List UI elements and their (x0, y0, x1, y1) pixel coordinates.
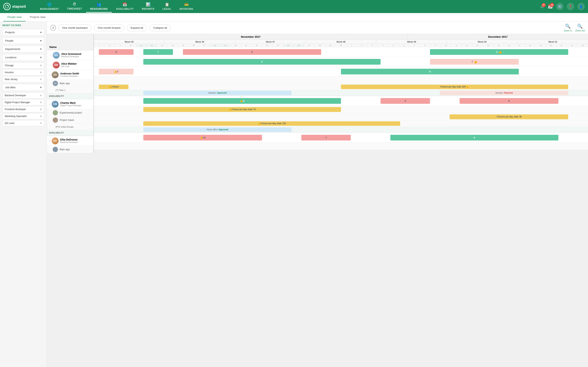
alice-w-info: Alice Webber QA Lead (61, 62, 77, 67)
elita-expand[interactable]: ↓ (49, 140, 50, 142)
nav-management[interactable]: 🌐 MANAGEMENT (36, 1, 63, 13)
elita-bar-3: 8 (390, 135, 558, 141)
nav-resourcing-label: RESOURCING (90, 8, 108, 10)
vacation-rejected-status: Rejected (504, 92, 513, 94)
anderson-avatar: AS (52, 71, 59, 78)
tab-projects-label: Projects view (30, 16, 45, 18)
timer-badge-button[interactable]: ⏱27 (540, 4, 545, 9)
one-month-backward-button[interactable]: One month backward (58, 25, 91, 31)
tab-people-view[interactable]: People view (3, 13, 26, 21)
nav-items: 🌐 MANAGEMENT ⏱ TIMESHEET 👥 RESOURCING 📅 … (36, 1, 540, 13)
projects-filter-arrow: ▾ (40, 31, 42, 34)
zoom-in-button[interactable]: 🔍 Zoom in (564, 24, 572, 32)
toolbar: ↺ One month backward One month forward E… (47, 22, 588, 34)
timer-badge: 27 (542, 3, 546, 7)
locations-filter-label: Locations (5, 56, 17, 59)
zoom-in-label: Zoom in (564, 29, 572, 32)
digital-pm-remove[interactable]: ✕ (40, 101, 42, 104)
elita-bar-2: 7 (301, 135, 351, 141)
settings-button[interactable]: ⚙️ (556, 3, 563, 10)
alice-w-expand[interactable]: → (49, 64, 51, 66)
collapse-all-button[interactable]: Collapse all (149, 25, 171, 31)
user-button[interactable]: 👤 (577, 3, 585, 10)
elita-info: Elita DeGrasse Backend Developer (60, 138, 78, 143)
month-dec: December 2017 (408, 34, 588, 40)
one-month-forward-button[interactable]: One month forward (94, 25, 124, 31)
nav-availability[interactable]: 📅 AVAILABILITY (112, 1, 138, 13)
people-filter[interactable]: People ▾ (2, 37, 44, 44)
nav-timesheet[interactable]: ⏱ TIMESHEET (63, 1, 86, 13)
charles-expand[interactable]: ↓ (49, 103, 50, 105)
xaxio-label: Project Xaxio (60, 119, 74, 122)
departments-filter[interactable]: Departments ▾ (2, 46, 44, 52)
qa-lead-label: QA Lead (5, 122, 14, 125)
frontend-dev-remove[interactable]: ✕ (40, 108, 42, 111)
charles-exp-project: Experimental project (47, 109, 94, 117)
people-filter-arrow: ▾ (40, 39, 42, 42)
person-row-anderson: ↓ AS Anderson Smith Frontend developer (47, 70, 94, 80)
gantt-inner: November 2017 December 2017 Week 45 Week… (94, 34, 588, 150)
frontend-dev-tag: Frontend developer ✕ (2, 106, 44, 112)
nav-invoicing-label: INVOICING (180, 8, 193, 10)
marketing-spec-remove[interactable]: ✕ (40, 115, 42, 118)
anderson-avail-bar-row: Vacation: Approved Vacation: Rejected (94, 90, 588, 96)
exp-project-icon (53, 110, 58, 115)
charles-name: Charles Mark (60, 101, 81, 104)
alice-w-avatar: AW (53, 62, 60, 68)
zoom-out-icon: 🔍 (577, 24, 583, 29)
alice-g-info: Alice Greenwood Backend Developer (61, 53, 81, 58)
new-jersey-remove[interactable]: ✕ (40, 78, 42, 81)
expand-all-button[interactable]: Expand all (127, 25, 147, 31)
projects-filter[interactable]: Projects ▾ (2, 29, 44, 36)
charles-initial-bar: 👍 4 hours per day, total: 132 (143, 121, 400, 126)
nav-resourcing[interactable]: 👥 RESOURCING (86, 1, 112, 13)
charles-xaxio-bar-row: ! 8 hours per day, total: 48 (94, 113, 588, 120)
week-header: Week 45 Week 46 Week 47 Week 48 Week 49 … (94, 40, 588, 44)
zoom-out-button[interactable]: 🔍 Zoom out (575, 24, 585, 32)
availability-icon: 📅 (122, 2, 127, 7)
main-app-icon: MA (53, 81, 58, 86)
calendar-badge-button[interactable]: 📅13 (548, 4, 553, 9)
week-50: Week 50 (447, 40, 518, 44)
vacation-approved-status: Approved (217, 92, 227, 94)
help-button[interactable]: ❓ (567, 3, 574, 10)
logo[interactable]: elapseit (3, 3, 36, 10)
nav-invoicing[interactable]: 💳 INVOICING (175, 1, 197, 13)
chicago-label: Chicago (5, 64, 14, 67)
anderson-expand[interactable]: ↓ (49, 74, 50, 76)
logo-text: elapseit (12, 4, 26, 9)
qa-lead-remove[interactable]: ✕ (40, 122, 42, 125)
sidebar: RESET FILTERS Projects ▾ People ▾ Depart… (0, 22, 47, 367)
week-46: Week 46 (164, 40, 235, 44)
houston-remove[interactable]: ✕ (40, 71, 42, 74)
elita-project-bar-row (94, 142, 588, 150)
anderson-bar-2: 8 (341, 69, 519, 75)
reset-filters-button[interactable]: RESET FILTERS (2, 24, 44, 26)
locations-filter[interactable]: Locations ▾ (2, 54, 44, 61)
alice-g-expand[interactable]: → (49, 54, 51, 56)
sub-navigation: People view Projects view (0, 13, 588, 22)
prev-nav-button[interactable]: ↺ (50, 25, 56, 31)
nav-right-controls: ⏱27 📅13 ⚙️ ❓ 👤 (540, 3, 585, 10)
day-header: 7891011121314151617181920212223242526272… (94, 44, 588, 47)
job-titles-filter[interactable]: Job titles ▾ (2, 84, 44, 91)
week-47: Week 47 (235, 40, 306, 44)
charles-title: Digital Project Manager (60, 104, 81, 107)
week-48: Week 48 (306, 40, 376, 44)
new-jersey-tag: New Jersey ✕ (2, 76, 44, 82)
nav-reports[interactable]: 📊 REPORTS (138, 1, 159, 13)
name-column-header: Name (49, 45, 57, 49)
anderson-task-bar-row: 👍 3 hours 8 hours per day, total: 224 👍 (94, 84, 588, 90)
home-office-label: Home office: (207, 128, 218, 131)
week-51: Week 51 (518, 40, 588, 44)
nav-legal[interactable]: 📋 LEGAL (158, 1, 175, 13)
chicago-tag: Chicago ✕ (2, 62, 44, 68)
charles-xaxio-bar: ! 8 hours per day, total: 48 (450, 114, 568, 119)
charles-bar-2: 4 (380, 98, 430, 104)
chicago-remove[interactable]: ✕ (40, 64, 42, 67)
backend-dev-remove[interactable]: ✕ (40, 94, 42, 97)
name-column: Name → AG Alice Greenwood Backend Develo… (47, 34, 94, 153)
tab-projects-view[interactable]: Projects view (26, 13, 50, 21)
main-layout: RESET FILTERS Projects ▾ People ▾ Depart… (0, 22, 588, 367)
nav-reports-label: REPORTS (142, 8, 155, 10)
